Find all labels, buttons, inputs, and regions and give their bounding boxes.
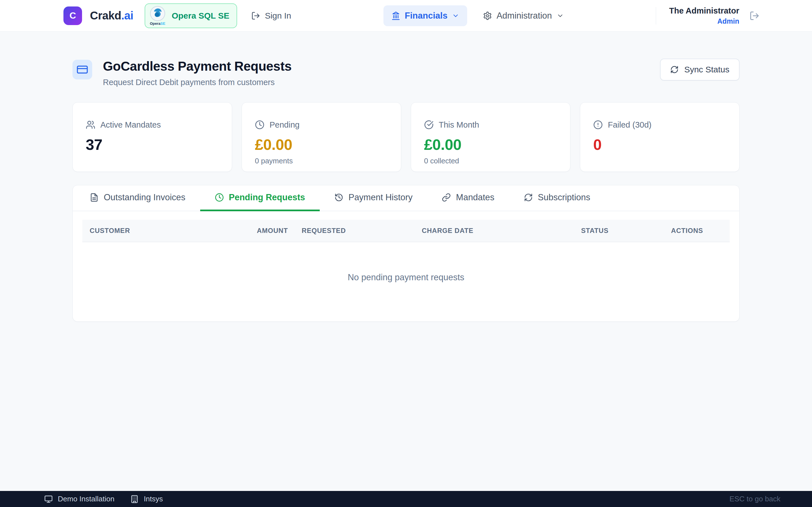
stat-card-active-mandates: Active Mandates 37 — [72, 102, 232, 172]
tab-payment-history[interactable]: Payment History — [320, 185, 427, 211]
stat-value: 0 — [593, 136, 726, 153]
nav-item-financials[interactable]: Financials — [384, 5, 467, 26]
stats-row: Active Mandates 37 Pending £0.00 0 payme… — [72, 102, 740, 172]
building-icon — [130, 495, 139, 503]
top-bar: C Crakd.ai OperaSE Opera SQL SE Sign In — [0, 0, 812, 32]
sign-in-label: Sign In — [265, 11, 291, 20]
page-subtitle: Request Direct Debit payments from custo… — [103, 78, 292, 87]
opera-caption-main: Opera — [150, 21, 160, 25]
stat-value: £0.00 — [424, 136, 557, 153]
credit-card-icon — [72, 60, 92, 79]
tab-mandates[interactable]: Mandates — [427, 185, 509, 211]
monitor-icon — [44, 495, 53, 503]
status-bar: Demo Installation Intsys ESC to go back — [0, 491, 812, 507]
clock-icon — [215, 193, 224, 202]
stat-label: This Month — [439, 120, 479, 129]
nav-administration-label: Administration — [497, 11, 552, 21]
main-content: GoCardless Payment Requests Request Dire… — [0, 32, 812, 491]
installation-info: Demo Installation — [44, 495, 114, 503]
tab-pending-requests[interactable]: Pending Requests — [200, 185, 320, 211]
stat-card-failed: Failed (30d) 0 — [580, 102, 740, 172]
nav-item-administration[interactable]: Administration — [483, 11, 564, 21]
alert-circle-icon — [593, 120, 603, 129]
user-name: The Administrator — [669, 6, 739, 15]
opera-caption-se: SE — [160, 21, 165, 25]
tab-subscriptions[interactable]: Subscriptions — [509, 185, 605, 211]
history-icon — [335, 193, 343, 202]
column-header-status: STATUS — [581, 227, 671, 235]
opera-logo: OperaSE — [150, 6, 165, 25]
stat-label: Pending — [269, 120, 299, 129]
clock-icon — [255, 120, 264, 129]
opera-logo-icon — [150, 6, 165, 21]
tab-label: Payment History — [349, 192, 412, 203]
product-badge[interactable]: OperaSE Opera SQL SE — [145, 3, 238, 28]
brand-text-suffix: .ai — [121, 9, 133, 22]
page-header: GoCardless Payment Requests Request Dire… — [72, 59, 740, 87]
stat-label: Failed (30d) — [608, 120, 652, 129]
sign-in-icon — [251, 11, 260, 20]
main-nav: Financials Administration — [384, 5, 564, 26]
requests-table: CUSTOMER AMOUNT REQUESTED CHARGE DATE ST… — [82, 220, 730, 313]
tab-label: Subscriptions — [538, 192, 591, 203]
app-logo-letter: C — [69, 10, 76, 21]
sync-status-label: Sync Status — [684, 65, 729, 74]
stat-sub: 0 payments — [255, 157, 388, 165]
column-header-requested: REQUESTED — [302, 227, 422, 235]
tab-bar: Outstanding Invoices Pending Requests Pa… — [73, 185, 739, 211]
user-info: The Administrator Admin — [669, 6, 739, 25]
product-badge-label: Opera SQL SE — [172, 11, 230, 20]
brand-text-main: Crakd — [90, 9, 121, 22]
user-area: The Administrator Admin — [656, 6, 760, 25]
stat-card-this-month: This Month £0.00 0 collected — [411, 102, 570, 172]
nav-financials-label: Financials — [405, 11, 448, 21]
bank-icon — [391, 11, 400, 20]
sign-in-button[interactable]: Sign In — [251, 11, 291, 20]
empty-state-message: No pending payment requests — [348, 272, 464, 283]
tab-label: Outstanding Invoices — [104, 192, 186, 203]
app-logo[interactable]: C — [63, 6, 82, 25]
brand-name: Crakd.ai — [90, 9, 133, 22]
gear-icon — [483, 11, 492, 20]
column-header-actions: ACTIONS — [671, 227, 730, 235]
user-role-link[interactable]: Admin — [717, 17, 739, 25]
tab-label: Mandates — [456, 192, 494, 203]
page-title: GoCardless Payment Requests — [103, 59, 292, 74]
brand: C Crakd.ai — [63, 6, 133, 25]
users-icon — [86, 120, 95, 129]
escape-hint: ESC to go back — [729, 495, 780, 503]
check-circle-icon — [424, 120, 434, 129]
company-label: Intsys — [144, 495, 163, 503]
company-info: Intsys — [130, 495, 163, 503]
tab-outstanding-invoices[interactable]: Outstanding Invoices — [75, 185, 200, 211]
stat-value: 37 — [86, 136, 219, 153]
sync-status-button[interactable]: Sync Status — [660, 59, 740, 80]
requests-panel: Outstanding Invoices Pending Requests Pa… — [72, 185, 740, 322]
column-header-charge-date: CHARGE DATE — [422, 227, 581, 235]
column-header-customer: CUSTOMER — [90, 227, 257, 235]
chevron-down-icon — [452, 12, 459, 19]
tab-label: Pending Requests — [229, 192, 305, 203]
refresh-icon — [670, 65, 679, 74]
table-empty-state: No pending payment requests — [82, 242, 730, 313]
table-header-row: CUSTOMER AMOUNT REQUESTED CHARGE DATE ST… — [82, 220, 730, 242]
link-icon — [442, 193, 451, 202]
stat-card-pending: Pending £0.00 0 payments — [242, 102, 401, 172]
opera-logo-caption: OperaSE — [150, 21, 165, 25]
column-header-amount: AMOUNT — [257, 227, 302, 235]
stat-value: £0.00 — [255, 136, 388, 153]
installation-label: Demo Installation — [58, 495, 114, 503]
file-text-icon — [90, 193, 99, 202]
chevron-down-icon — [557, 12, 564, 19]
logout-icon[interactable] — [749, 11, 760, 21]
stat-sub: 0 collected — [424, 157, 557, 165]
stat-label: Active Mandates — [100, 120, 161, 129]
refresh-icon — [524, 193, 533, 202]
divider — [656, 7, 656, 24]
